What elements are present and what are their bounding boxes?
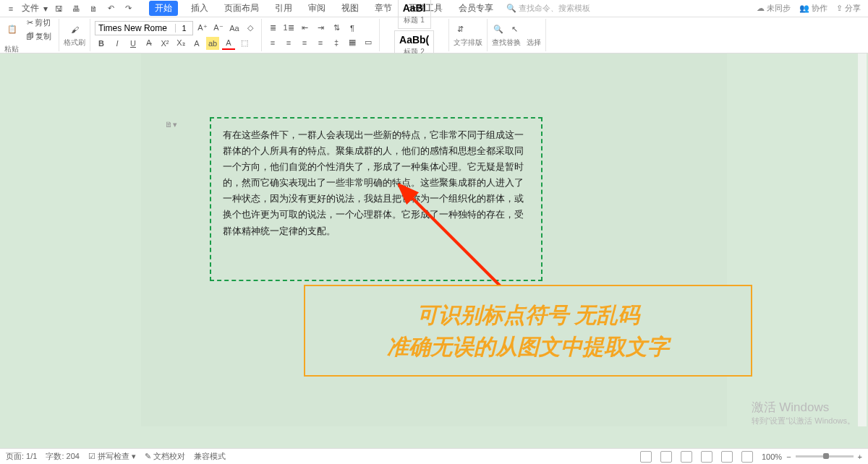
promo-line-1: 可识别标点符号 无乱码 [323,299,733,331]
tab-references[interactable]: 引用 [272,1,295,16]
view-fullscreen-icon[interactable] [741,451,753,463]
status-bar: 页面: 1/1 字数: 204 ☑ 拼写检查 ▾ ✎ 文档校对 兼容模式 100… [0,448,868,464]
preview-icon[interactable]: 🗎 [87,2,100,15]
promo-line-2: 准确无误的从图文中提取文字 [323,331,733,363]
zoom-control[interactable]: 100% − + [762,452,862,461]
highlight-icon[interactable]: ab [206,37,219,50]
select-icon[interactable]: ↖ [508,23,521,36]
subscript-icon[interactable]: X₂ [174,37,187,50]
vertical-scrollbar[interactable] [858,53,867,426]
shrink-font-icon[interactable]: A⁻ [212,22,225,35]
file-menu[interactable]: 文件 [22,2,39,14]
windows-activation-watermark: 激活 Windows 转到"设置"以激活 Windows。 [752,399,856,426]
font-color-icon[interactable]: A [222,37,235,50]
zoom-slider[interactable] [796,455,854,457]
cut-button[interactable]: ✂ 剪切 [23,16,54,29]
compat-mode: 兼容模式 [194,451,226,462]
font-size-input[interactable]: 1 [175,24,192,33]
view-focus-icon[interactable] [721,451,733,463]
menu-icon[interactable]: ≡ [4,2,17,15]
zoom-level[interactable]: 100% [762,452,782,461]
paste-label: 粘贴 [4,44,19,54]
page-break-icon: 🗎▾ [165,120,177,129]
search-box[interactable]: 🔍 查找命令、搜索模板 [506,3,590,14]
copy-button[interactable]: 🗐 复制 [23,30,54,43]
tab-review[interactable]: 审阅 [305,1,328,16]
clear-format-icon[interactable]: ◇ [244,22,257,35]
font-name-input[interactable]: Times New Rome [95,23,175,33]
redo-icon[interactable]: ↷ [122,2,135,15]
text-effects-icon[interactable]: A [190,37,203,50]
find-replace-label[interactable]: 查找替换 [492,38,521,48]
tab-member[interactable]: 会员专享 [456,1,496,16]
document-area: 🗎▾ 有在这些条件下，一群人会表现出一些新的特点，它非常不同于组成这一群体的个人… [0,53,868,448]
tab-view[interactable]: 视图 [339,1,362,16]
align-right-icon[interactable]: ≡ [298,36,311,49]
select-label[interactable]: 选择 [527,38,541,48]
menu-bar: ≡ 文件 ▾ 🖫 🖶 🗎 ↶ ↷ 开始 插入 页面布局 引用 审阅 视图 章节 … [0,0,868,17]
align-justify-icon[interactable]: ≡ [314,36,327,49]
word-count[interactable]: 字数: 204 [46,451,79,462]
numbering-icon[interactable]: 1≣ [282,22,295,35]
view-outline-icon[interactable] [660,451,672,463]
styles-gallery[interactable]: AaBbCcDd正文 AaBl标题 1 AaBb(标题 2 AaBbC标题 3 … [380,19,449,51]
page-indicator[interactable]: 页面: 1/1 [6,451,37,462]
tab-sections[interactable]: 章节 [372,1,395,16]
tab-insert[interactable]: 插入 [188,1,211,16]
format-painter-label: 格式刷 [64,38,85,48]
superscript-icon[interactable]: X² [158,37,171,50]
print-icon[interactable]: 🖶 [69,2,82,15]
promo-box: 可识别标点符号 无乱码 准确无误的从图文中提取文字 [304,285,752,377]
strike-icon[interactable]: A̶ [142,37,156,50]
shading-icon[interactable]: ▦ [346,36,359,49]
spellcheck-toggle[interactable]: ☑ 拼写检查 ▾ [88,451,136,462]
undo-icon[interactable]: ↶ [104,2,117,15]
ribbon-toolbar: 📋 ✂ 剪切 🗐 复制 粘贴 🖌 格式刷 Times New Rome 1 A⁺… [0,17,868,53]
bullets-icon[interactable]: ≣ [266,22,279,35]
tab-start[interactable]: 开始 [149,1,178,16]
collab-button[interactable]: 👥 协作 [799,3,827,14]
text-layout-icon[interactable]: ⇵ [454,23,467,36]
indent-dec-icon[interactable]: ⇤ [298,22,311,35]
share-button[interactable]: ⇪ 分享 [836,3,861,14]
chevron-down-icon: ▾ [43,4,48,14]
save-icon[interactable]: 🖫 [52,2,65,15]
change-case-icon[interactable]: Aa [228,22,241,35]
line-spacing-icon[interactable]: ‡ [330,36,343,49]
proofing-button[interactable]: ✎ 文档校对 [145,451,185,462]
indent-inc-icon[interactable]: ⇥ [314,22,327,35]
sync-status[interactable]: ☁ 未同步 [757,3,791,14]
text-layout-label: 文字排版 [454,38,482,48]
find-icon[interactable]: 🔍 [492,23,505,36]
zoom-in-icon[interactable]: + [858,452,862,461]
view-page-icon[interactable] [640,451,652,463]
show-marks-icon[interactable]: ¶ [346,22,359,35]
ribbon-tabs: 开始 插入 页面布局 引用 审阅 视图 章节 开发工具 会员专享 [149,1,496,16]
tab-page-layout[interactable]: 页面布局 [221,1,262,16]
sort-icon[interactable]: ⇅ [330,22,343,35]
char-border-icon[interactable]: ⬚ [238,37,251,50]
italic-icon[interactable]: I [111,37,124,50]
document-text[interactable]: 有在这些条件下，一群人会表现出一些新的特点，它非常不同于组成这一群体的个人所具有… [223,129,524,236]
borders-icon[interactable]: ▭ [362,36,375,49]
view-web-icon[interactable] [701,451,712,463]
style-heading1[interactable]: AaBl标题 1 [398,0,431,29]
bold-icon[interactable]: B [95,37,108,50]
format-painter-button[interactable]: 🖌 [64,23,85,36]
align-center-icon[interactable]: ≡ [282,36,295,49]
view-read-icon[interactable] [681,451,692,463]
grow-font-icon[interactable]: A⁺ [196,22,209,35]
underline-icon[interactable]: U [127,37,140,50]
text-box[interactable]: 有在这些条件下，一群人会表现出一些新的特点，它非常不同于组成这一群体的个人所具有… [210,117,542,281]
zoom-out-icon[interactable]: − [786,452,791,461]
font-selector[interactable]: Times New Rome 1 [95,21,193,35]
align-left-icon[interactable]: ≡ [266,36,279,49]
paste-button[interactable]: 📋 [4,23,20,36]
